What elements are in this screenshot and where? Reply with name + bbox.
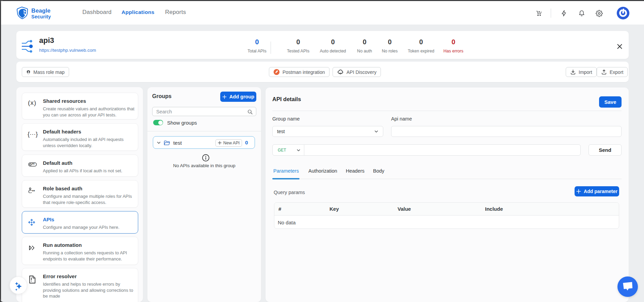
svg-text:**: ** (32, 189, 35, 193)
svg-text:**: ** (32, 163, 35, 166)
